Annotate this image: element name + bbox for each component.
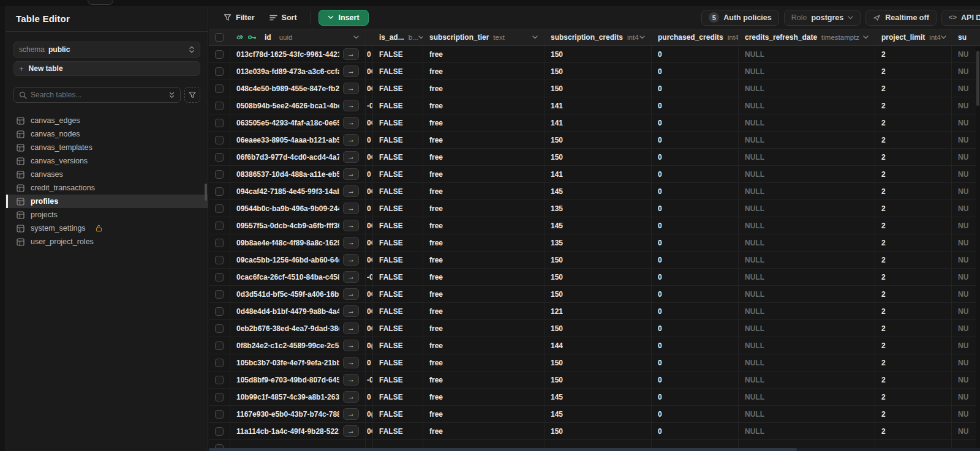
cell-id[interactable]: 0eb2b676-38ed-4ea7-9dad-38e6...→ (230, 320, 366, 337)
cell-subscription-credits[interactable]: 135 (545, 234, 652, 251)
cell-is-admin[interactable]: FALSE (373, 183, 423, 199)
expand-row-button[interactable]: → (343, 288, 359, 300)
expand-row-button[interactable]: → (343, 134, 359, 146)
cell-subscription-credits[interactable]: 150 (545, 46, 652, 62)
cell-project-limit[interactable]: 2 (875, 63, 952, 80)
cell-credits-refresh-date[interactable]: NULL (739, 406, 875, 422)
cell-id[interactable]: 09b8ae4e-f48c-4f89-8a8c-1629b...→ (230, 234, 366, 251)
cell-purchased-credits[interactable]: 0 (652, 371, 739, 388)
cell-is-admin[interactable]: FALSE (373, 217, 423, 234)
cell-purchased-credits[interactable]: 0 (652, 389, 739, 405)
chevron-down-icon[interactable] (863, 35, 869, 39)
column-header-subscription-tier[interactable]: subscription_tier text (423, 29, 545, 45)
cell-project-limit[interactable]: 2 (875, 97, 952, 114)
expand-row-button[interactable]: → (343, 100, 359, 111)
cell-credits-refresh-date[interactable]: NULL (739, 97, 875, 114)
cell-credits-refresh-date[interactable]: NULL (739, 389, 875, 405)
cell-purchased-credits[interactable]: 0 (652, 406, 739, 422)
row-checkbox[interactable] (215, 239, 224, 247)
cell-id[interactable]: 08386537-10d4-488a-a11e-eb5a6...→ (230, 166, 366, 182)
cell-credits-refresh-date[interactable]: NULL (739, 149, 875, 165)
sidebar-item-canvas_versions[interactable]: canvas_versions (6, 154, 208, 168)
cell-subscription-tier[interactable]: free (423, 371, 545, 388)
cell-subscription-credits[interactable]: 141 (545, 114, 652, 131)
collapse-double-chevron-icon[interactable] (168, 91, 175, 99)
cell-project-limit[interactable]: 2 (875, 303, 952, 319)
cell-credits-refresh-date[interactable]: NULL (739, 354, 875, 371)
cell-project-limit[interactable]: 2 (875, 337, 952, 354)
cell-credits-refresh-date[interactable]: NULL (739, 183, 875, 199)
cell-is-admin[interactable]: FALSE (373, 63, 423, 80)
cell-id[interactable]: 0508b94b-5ee2-4626-bca1-4bca...→ (230, 97, 366, 114)
cell-is-admin[interactable]: FALSE (373, 320, 423, 337)
cell-credits-refresh-date[interactable]: NULL (739, 217, 875, 234)
api-docs-button[interactable]: <> API Do (941, 10, 980, 26)
cell-credits-refresh-date[interactable]: NULL (739, 114, 875, 131)
cell-project-limit[interactable]: 2 (875, 423, 952, 439)
cell-subscription-credits[interactable]: 144 (545, 337, 652, 354)
cell-subscription-credits[interactable]: 145 (545, 406, 652, 422)
row-checkbox[interactable] (215, 153, 224, 162)
sidebar-scrollbar-thumb[interactable] (205, 184, 207, 201)
cell-is-admin[interactable]: FALSE (373, 80, 423, 97)
vertical-scrollbar-thumb[interactable] (976, 51, 979, 106)
cell-project-limit[interactable]: 2 (875, 269, 952, 285)
cell-subscription-credits[interactable]: 145 (545, 183, 652, 199)
cell-is-admin[interactable]: FALSE (373, 389, 423, 405)
cell-purchased-credits[interactable]: 0 (652, 200, 739, 217)
cell-subscription-tier[interactable]: free (423, 166, 545, 182)
cell-id[interactable]: 063505e5-4293-4faf-a18c-0e65b...→ (230, 114, 366, 131)
cell-project-limit[interactable]: 2 (875, 149, 952, 165)
cell-id[interactable]: 11a114cb-1a4c-49f4-9b28-52219ec...→ (230, 423, 366, 439)
cell-purchased-credits[interactable]: 0 (652, 114, 739, 131)
column-header-subscription-credits[interactable]: subscription_credits int4 (545, 29, 652, 45)
cell-credits-refresh-date[interactable]: NULL (739, 46, 875, 62)
cell-id[interactable]: 094caf42-7185-4e45-99f3-14abee...→ (230, 183, 366, 199)
auth-policies-button[interactable]: 5 Auth policies (701, 10, 778, 26)
cell-id[interactable]: 09557f5a-0dcb-4cb9-a6fb-fff366...→ (230, 217, 366, 234)
cell-subscription-tier[interactable]: free (423, 252, 545, 268)
cell-subscription-tier[interactable]: free (423, 97, 545, 114)
cell-credits-refresh-date[interactable]: NULL (739, 234, 875, 251)
cell-credits-refresh-date[interactable]: NULL (739, 63, 875, 80)
cell-project-limit[interactable]: 2 (875, 166, 952, 182)
cell-is-admin[interactable]: FALSE (373, 423, 423, 439)
row-checkbox[interactable] (215, 119, 224, 127)
cell-subscription-tier[interactable]: free (423, 149, 545, 165)
row-checkbox[interactable] (215, 67, 224, 76)
row-checkbox[interactable] (215, 136, 224, 144)
row-checkbox[interactable] (215, 324, 224, 333)
cell-is-admin[interactable]: FALSE (373, 371, 423, 388)
expand-row-button[interactable]: → (343, 237, 359, 248)
cell-credits-refresh-date[interactable]: NULL (739, 320, 875, 337)
expand-row-button[interactable]: → (343, 65, 359, 77)
sort-button[interactable]: Sort (263, 10, 303, 26)
cell-credits-refresh-date[interactable]: NULL (739, 423, 875, 439)
column-header-is-admin[interactable]: is_ad... b... (373, 29, 423, 45)
horizontal-scrollbar[interactable] (209, 448, 980, 451)
cell-purchased-credits[interactable]: 0 (652, 269, 739, 285)
cell-id[interactable]: 0d3d541d-bf5c-459f-a406-16b93...→ (230, 286, 366, 302)
cell-is-admin[interactable]: FALSE (373, 269, 423, 285)
cell-is-admin[interactable]: FALSE (373, 286, 423, 302)
expand-row-button[interactable]: → (343, 357, 359, 368)
cell-subscription-credits[interactable]: 150 (545, 149, 652, 165)
row-checkbox[interactable] (215, 359, 224, 367)
cell-is-admin[interactable]: FALSE (373, 97, 423, 114)
cell-subscription-credits[interactable]: 150 (545, 63, 652, 80)
cell-project-limit[interactable]: 2 (875, 80, 952, 97)
cell-subscription-tier[interactable]: free (423, 217, 545, 234)
sidebar-item-canvases[interactable]: canvases (6, 168, 208, 181)
cell-credits-refresh-date[interactable]: NULL (739, 166, 875, 182)
cell-credits-refresh-date[interactable]: NULL (739, 337, 875, 354)
cell-project-limit[interactable]: 2 (875, 389, 952, 405)
cell-project-limit[interactable]: 2 (875, 354, 952, 371)
cell-is-admin[interactable]: FALSE (373, 149, 423, 165)
cell-project-limit[interactable]: 2 (875, 217, 952, 234)
cell-purchased-credits[interactable]: 0 (652, 303, 739, 319)
cell-subscription-credits[interactable]: 145 (545, 217, 652, 234)
cell-subscription-credits[interactable]: 141 (545, 97, 652, 114)
cell-credits-refresh-date[interactable]: NULL (739, 252, 875, 268)
cell-credits-refresh-date[interactable]: NULL (739, 303, 875, 319)
cell-id[interactable]: 0d48e4d4-b1bf-4479-9a8b-4a4b...→ (230, 303, 366, 319)
